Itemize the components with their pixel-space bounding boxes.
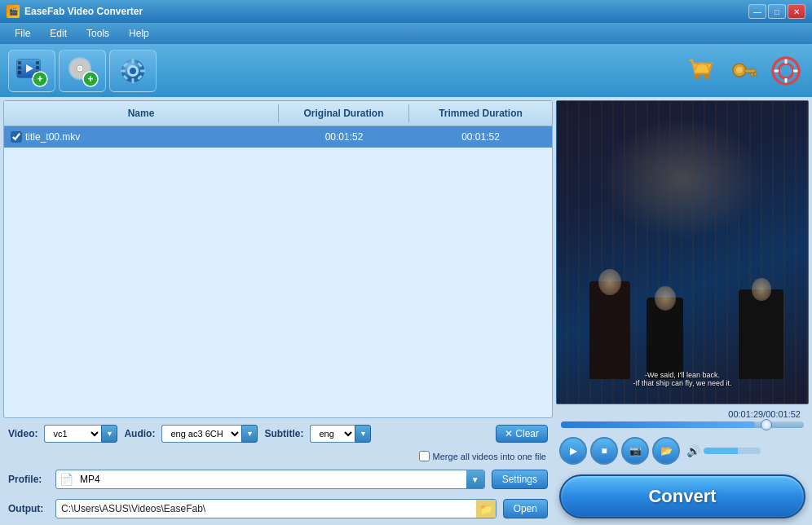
profile-value: MP4 — [77, 474, 466, 485]
video-label: Video: — [8, 428, 38, 439]
person-figure-1 — [589, 281, 630, 379]
stop-button[interactable]: ■ — [590, 437, 618, 465]
movie-frame: -We said, I'll lean back. -If that ship … — [557, 101, 808, 404]
svg-point-36 — [779, 64, 793, 78]
progress-bar[interactable] — [561, 421, 804, 428]
svg-rect-21 — [132, 78, 135, 83]
volume-slider[interactable] — [704, 448, 761, 454]
title-bar: 🎬 EaseFab Video Converter — □ ✕ — [0, 0, 812, 23]
svg-rect-34 — [754, 73, 757, 76]
maximize-button[interactable]: □ — [768, 4, 786, 19]
open-button[interactable]: Open — [503, 499, 548, 518]
close-button[interactable]: ✕ — [788, 4, 805, 19]
svg-text:+: + — [37, 73, 42, 85]
svg-rect-23 — [140, 69, 145, 72]
original-duration-cell: 00:01:52 — [279, 126, 409, 148]
face-highlight-1 — [598, 269, 621, 295]
toolbar-right — [683, 53, 804, 89]
volume-slider-container: 🔊 — [686, 444, 761, 457]
file-list-body: title_t00.mkv 00:01:52 00:01:52 — [4, 126, 552, 148]
svg-point-28 — [695, 74, 699, 79]
audio-label: Audio: — [124, 428, 155, 439]
table-row[interactable]: title_t00.mkv 00:01:52 00:01:52 — [4, 126, 552, 148]
video-timeline: 00:01:29/00:01:52 — [556, 408, 809, 432]
profile-icon: 📄 — [56, 473, 77, 486]
subtitle-dropdown-btn[interactable]: ▼ — [355, 425, 371, 443]
menu-tools[interactable]: Tools — [78, 26, 117, 41]
svg-rect-6 — [36, 66, 39, 69]
person-figure-3 — [739, 289, 783, 379]
col-original-duration: Original Duration — [279, 104, 409, 122]
merge-row: Merge all videos into one file — [3, 449, 553, 463]
file-row-name: title_t00.mkv — [4, 126, 279, 148]
browse-folder-button[interactable]: 📁 — [476, 499, 496, 518]
menu-bar: File Edit Tools Help — [0, 23, 812, 44]
menu-file[interactable]: File — [7, 26, 38, 41]
app-icon: 🎬 — [7, 5, 20, 18]
profile-select-container: 📄 MP4 ▼ — [55, 470, 485, 489]
settings-gear-button[interactable] — [109, 50, 157, 92]
add-dvd-button[interactable]: + — [59, 50, 106, 92]
main-content: Name Original Duration Trimmed Duration … — [0, 97, 812, 525]
playback-controls: ▶ ■ 📷 📂 🔊 — [556, 435, 809, 466]
merge-checkbox[interactable] — [419, 451, 430, 461]
right-panel: -We said, I'll lean back. -If that ship … — [556, 100, 809, 522]
play-button[interactable]: ▶ — [559, 437, 587, 465]
svg-point-31 — [736, 67, 743, 73]
svg-rect-2 — [18, 61, 21, 64]
toolbar-left: + + — [8, 50, 157, 92]
svg-text:+: + — [87, 73, 93, 85]
volume-icon: 🔊 — [686, 444, 700, 457]
file-checkbox[interactable] — [11, 131, 22, 143]
progress-fill — [561, 421, 755, 428]
svg-point-13 — [78, 67, 82, 70]
minimize-button[interactable]: — — [748, 4, 766, 19]
profile-row: Profile: 📄 MP4 ▼ Settings — [3, 466, 553, 492]
svg-point-19 — [130, 68, 136, 74]
output-label: Output: — [8, 503, 49, 514]
menu-edit[interactable]: Edit — [42, 26, 75, 41]
output-path-container: C:\Users\ASUS\Videos\EaseFab\ 📁 — [55, 499, 496, 518]
register-button[interactable] — [726, 53, 761, 89]
help-button[interactable] — [768, 53, 804, 89]
col-name: Name — [4, 104, 279, 122]
add-video-button[interactable]: + — [8, 50, 55, 92]
time-display: 00:01:29/00:01:52 — [561, 409, 804, 419]
audio-select[interactable]: eng ac3 6CH — [161, 425, 241, 443]
face-highlight-3 — [752, 278, 771, 301]
profile-label: Profile: — [8, 474, 49, 485]
subtitle-select[interactable]: eng — [310, 425, 355, 443]
title-bar-controls: — □ ✕ — [748, 4, 805, 19]
left-panel: Name Original Duration Trimmed Duration … — [3, 100, 553, 522]
snapshot-button[interactable]: 📷 — [621, 437, 649, 465]
profile-dropdown-button[interactable]: ▼ — [466, 470, 484, 489]
settings-button[interactable]: Settings — [492, 470, 548, 489]
window-title: EaseFab Video Converter — [24, 6, 143, 17]
file-name: title_t00.mkv — [25, 131, 80, 143]
audio-select-group: eng ac3 6CH ▼ — [161, 425, 258, 443]
video-select-group: vc1 ▼ — [44, 425, 117, 443]
shop-button[interactable] — [683, 53, 719, 89]
svg-rect-22 — [121, 69, 126, 72]
convert-button[interactable]: Convert — [559, 474, 805, 518]
subtitle-label: Subtitle: — [264, 428, 303, 439]
video-select[interactable]: vc1 — [44, 425, 101, 443]
audio-dropdown-btn[interactable]: ▼ — [241, 425, 258, 443]
video-dropdown-btn[interactable]: ▼ — [101, 425, 117, 443]
person-figure-2 — [647, 298, 683, 379]
subtitle-overlay: -We said, I'll lean back. -If that ship … — [633, 371, 732, 387]
svg-rect-32 — [744, 69, 756, 73]
toolbar: + + — [0, 44, 812, 97]
progress-thumb[interactable] — [761, 419, 772, 430]
av-controls: Video: vc1 ▼ Audio: eng ac3 6CH ▼ Subtit… — [3, 421, 553, 446]
clear-button[interactable]: ✕ Clear — [496, 425, 548, 443]
menu-help[interactable]: Help — [121, 26, 157, 41]
merge-label[interactable]: Merge all videos into one file — [433, 452, 546, 461]
svg-rect-3 — [18, 66, 21, 69]
open-file-button[interactable]: 📂 — [652, 437, 680, 465]
svg-rect-4 — [18, 71, 21, 74]
svg-rect-5 — [36, 61, 39, 64]
trimmed-duration-cell: 00:01:52 — [409, 126, 552, 148]
output-row: Output: C:\Users\ASUS\Videos\EaseFab\ 📁 … — [3, 496, 553, 522]
video-preview: -We said, I'll lean back. -If that ship … — [556, 100, 809, 404]
